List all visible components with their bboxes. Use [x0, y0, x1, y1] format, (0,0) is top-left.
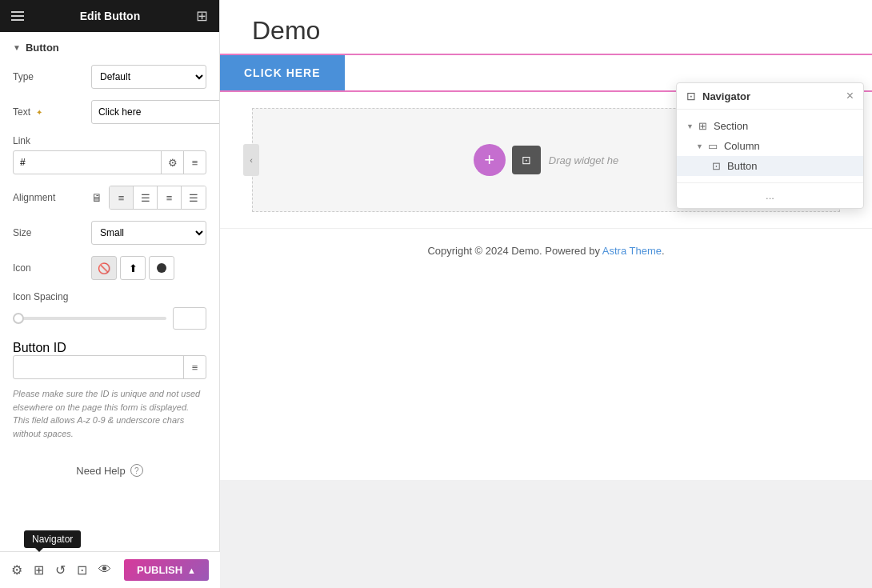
nav-panel-title-wrap: ⊡ Navigator: [686, 90, 750, 102]
align-right-btn[interactable]: ≡: [158, 186, 182, 209]
panel-header: Edit Button ⊞: [0, 0, 219, 32]
footer-link[interactable]: Astra Theme: [602, 245, 662, 257]
button-id-align-icon[interactable]: ≡: [183, 356, 206, 378]
panel-content: ▼ Button Type Default Primary Outline Te…: [0, 32, 219, 588]
help-note: Please make sure the ID is unique and no…: [13, 387, 206, 440]
section-toggle[interactable]: ▼ Button: [13, 42, 206, 54]
link-label: Link: [13, 135, 206, 146]
page-title: Demo: [252, 16, 840, 46]
footer-text: Copyright © 2024 Demo. Powered by: [427, 245, 602, 257]
nav-panel-header: ⊡ Navigator ×: [677, 83, 863, 110]
nav-item-button[interactable]: ⊡ Button: [677, 156, 863, 176]
hamburger-icon[interactable]: [11, 11, 24, 21]
link-input[interactable]: [14, 153, 161, 172]
icon-field-row: Icon 🚫 ⬆: [13, 256, 206, 280]
size-field-row: Size Small Medium Large: [13, 221, 206, 245]
nav-tree: ▼ ⊞ Section ▼ ▭ Column ⊡ Button: [677, 110, 863, 182]
footer-suffix: .: [662, 245, 665, 257]
widget-dark-button[interactable]: ⊡: [512, 146, 541, 174]
section-label: Button: [26, 42, 59, 54]
link-field-row: Link ⚙ ≡: [13, 135, 206, 174]
icon-label: Icon: [13, 262, 85, 274]
preview-icon[interactable]: 👁: [98, 562, 111, 578]
icon-spacing-row: Icon Spacing: [13, 291, 206, 330]
drag-hint: Drag widget he: [549, 154, 618, 166]
link-input-wrap: ⚙ ≡: [13, 150, 206, 174]
bottom-toolbar: ⚙ ⊞ ↺ ⊡ 👁 PUBLISH ▲: [0, 551, 220, 588]
publish-label: PUBLISH: [137, 564, 182, 576]
text-input[interactable]: [92, 102, 219, 122]
slider-track[interactable]: [13, 317, 166, 320]
alignment-field-row: Alignment 🖥 ≡ ☰ ≡ ☰: [13, 186, 206, 210]
settings-icon[interactable]: ⚙: [11, 562, 22, 578]
slider-value-input[interactable]: [173, 307, 206, 330]
icon-options: 🚫 ⬆: [91, 256, 174, 280]
text-label: Text ✦: [13, 106, 85, 118]
type-select[interactable]: Default Primary Outline: [91, 65, 206, 89]
navigator-panel: ⊡ Navigator × ▼ ⊞ Section ▼ ▭ Column ⊡ B…: [676, 82, 864, 209]
nav-panel-title: Navigator: [702, 90, 750, 102]
page-title-area: Demo: [220, 0, 872, 54]
layers-icon[interactable]: ⊞: [34, 562, 44, 578]
dynamic-tag-icon[interactable]: ✦: [36, 108, 42, 117]
toggle-panel-button[interactable]: ‹: [243, 144, 259, 176]
need-help-label: Need Help: [76, 465, 125, 477]
section-nav-icon: ⊞: [698, 120, 707, 132]
section-arrow: ▼: [13, 43, 21, 52]
panel-title: Edit Button: [80, 10, 140, 22]
main-content: Demo CLICK HERE + ⊡ Drag widget he ‹ Cop…: [220, 0, 872, 588]
button-id-input[interactable]: [14, 358, 183, 377]
navigator-tooltip: Navigator: [24, 530, 81, 548]
alignment-label: Alignment: [13, 192, 85, 203]
add-widget-button[interactable]: +: [474, 144, 506, 176]
icon-none-btn[interactable]: 🚫: [91, 256, 117, 280]
link-settings-icon[interactable]: ⚙: [161, 151, 183, 174]
page-canvas: Demo CLICK HERE + ⊡ Drag widget he ‹ Cop…: [220, 0, 872, 480]
template-icon[interactable]: ⊡: [77, 562, 87, 578]
slider-wrap: [13, 307, 206, 330]
nav-button-label: Button: [727, 160, 758, 172]
nav-panel-footer: ...: [677, 182, 863, 208]
slider-thumb[interactable]: [13, 313, 24, 324]
nav-item-section[interactable]: ▼ ⊞ Section: [677, 116, 863, 136]
nav-column-label: Column: [724, 140, 760, 152]
icon-spacing-label: Icon Spacing: [13, 291, 85, 302]
toolbar-icons: ⚙ ⊞ ↺ ⊡ 👁: [11, 562, 111, 578]
help-icon: ?: [130, 464, 143, 477]
section-expand-icon: ▼: [686, 122, 694, 130]
icon-dot-btn[interactable]: [149, 256, 174, 280]
type-label: Type: [13, 71, 85, 82]
align-justify-btn[interactable]: ☰: [182, 186, 206, 209]
column-expand-icon: ▼: [696, 142, 703, 150]
nav-section-label: Section: [714, 120, 748, 132]
text-input-wrap: ≡: [91, 100, 219, 124]
link-align-icon[interactable]: ≡: [183, 151, 206, 174]
type-control: Default Primary Outline: [91, 65, 206, 89]
button-id-label: Button ID: [13, 341, 206, 355]
type-field-row: Type Default Primary Outline: [13, 65, 206, 89]
need-help[interactable]: Need Help ?: [13, 456, 206, 485]
align-left-btn[interactable]: ≡: [110, 186, 134, 209]
monitor-icon: 🖥: [91, 191, 102, 204]
icon-upload-btn[interactable]: ⬆: [120, 256, 146, 280]
size-select[interactable]: Small Medium Large: [91, 221, 206, 245]
left-panel: Edit Button ⊞ ▼ Button Type Default Prim…: [0, 0, 220, 588]
publish-button[interactable]: PUBLISH ▲: [124, 559, 209, 581]
nav-more-label: ...: [766, 190, 774, 202]
icon-control: 🚫 ⬆: [91, 256, 206, 280]
nav-item-column[interactable]: ▼ ▭ Column: [677, 136, 863, 156]
publish-arrow-icon: ▲: [187, 566, 196, 575]
page-footer: Copyright © 2024 Demo. Powered by Astra …: [220, 228, 872, 273]
nav-close-button[interactable]: ×: [846, 90, 854, 102]
icon-spacing-label-row: Icon Spacing: [13, 291, 206, 302]
align-center-btn[interactable]: ☰: [134, 186, 158, 209]
text-field-row: Text ✦ ≡: [13, 100, 206, 124]
size-control: Small Medium Large: [91, 221, 206, 245]
nav-panel-icon: ⊡: [686, 90, 696, 102]
history-icon[interactable]: ↺: [55, 562, 66, 578]
grid-icon[interactable]: ⊞: [196, 7, 208, 25]
click-here-button[interactable]: CLICK HERE: [220, 55, 345, 90]
alignment-group: ≡ ☰ ≡ ☰: [109, 186, 206, 210]
button-nav-icon: ⊡: [712, 160, 721, 172]
text-control: ≡: [91, 100, 219, 124]
